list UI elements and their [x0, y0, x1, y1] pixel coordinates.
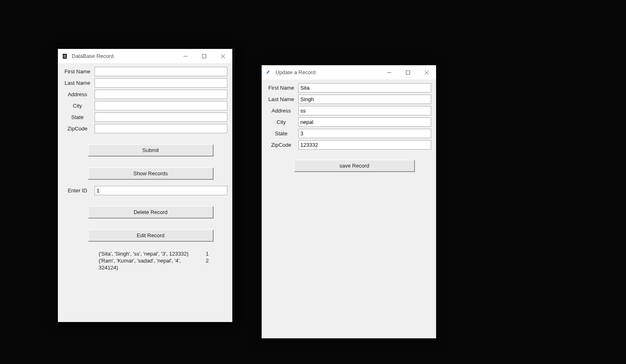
address-input[interactable] [95, 90, 227, 99]
address-row: Address [267, 106, 431, 115]
state-input[interactable] [95, 113, 227, 122]
save-record-button[interactable]: save Record [294, 160, 415, 172]
minimize-button[interactable] [176, 49, 195, 63]
edit-record-row: Edit Record [63, 229, 227, 242]
close-button[interactable] [214, 49, 232, 63]
show-records-row: Show Records [63, 168, 227, 180]
zipcode-label: ZipCode [267, 142, 298, 148]
last-name-row: Last Name [63, 78, 227, 88]
save-record-row: save Record [267, 160, 431, 172]
city-label: City [63, 103, 95, 109]
maximize-button[interactable] [195, 49, 214, 63]
city-label: City [267, 119, 298, 125]
enter-id-input[interactable] [95, 186, 227, 195]
state-label: State [267, 130, 298, 137]
svg-rect-1 [64, 55, 66, 55]
window-title: DataBase Record [72, 53, 176, 59]
update-record-window: Update a Record First Name Last Name Add… [262, 65, 436, 338]
state-input[interactable] [298, 129, 431, 138]
first-name-label: First Name [267, 85, 298, 91]
database-record-window: DataBase Record First Name Last Name Add… [58, 49, 232, 322]
record-id: 1 [201, 251, 209, 258]
window-controls [176, 49, 232, 63]
first-name-input[interactable] [298, 83, 431, 93]
record-line: ('Ram', 'Kumar', 'sadad', 'nepal', '4', … [99, 258, 227, 271]
last-name-row: Last Name [267, 95, 431, 104]
record-text: ('Ram', 'Kumar', 'sadad', 'nepal', '4', … [99, 258, 201, 271]
first-name-label: First Name [63, 68, 95, 75]
app-icon [61, 53, 68, 60]
records-output: ('Sita', 'Singh', 'ss', 'nepal', '3', 12… [63, 251, 227, 271]
last-name-label: Last Name [267, 96, 298, 102]
city-row: City [63, 101, 227, 110]
state-row: State [267, 129, 431, 138]
address-row: Address [63, 90, 227, 99]
window-title: Update a Record [276, 69, 380, 75]
edit-record-button[interactable]: Edit Record [88, 229, 214, 242]
last-name-input[interactable] [298, 95, 431, 104]
zipcode-input[interactable] [95, 124, 227, 133]
city-input[interactable] [95, 101, 227, 110]
address-label: Address [267, 108, 298, 114]
first-name-input[interactable] [95, 67, 227, 76]
record-line: ('Sita', 'Singh', 'ss', 'nepal', '3', 12… [99, 251, 227, 258]
svg-rect-3 [64, 57, 66, 57]
client-area: First Name Last Name Address City State … [58, 64, 232, 276]
record-id: 2 [201, 258, 209, 271]
record-text: ('Sita', 'Singh', 'ss', 'nepal', '3', 12… [99, 251, 201, 258]
minimize-button[interactable] [380, 65, 399, 79]
zipcode-input[interactable] [298, 140, 431, 150]
titlebar[interactable]: DataBase Record [58, 49, 232, 64]
zipcode-label: ZipCode [63, 126, 95, 132]
svg-rect-2 [64, 56, 66, 56]
state-row: State [63, 113, 227, 122]
last-name-label: Last Name [63, 80, 95, 86]
submit-row: Submit [63, 144, 227, 157]
last-name-input[interactable] [95, 78, 227, 88]
submit-button[interactable]: Submit [88, 144, 214, 157]
maximize-button[interactable] [399, 65, 417, 79]
city-input[interactable] [298, 117, 431, 127]
first-name-row: First Name [267, 83, 431, 93]
window-controls [380, 65, 436, 79]
address-input[interactable] [298, 106, 431, 115]
feather-icon [265, 69, 272, 76]
svg-rect-5 [203, 54, 206, 58]
city-row: City [267, 117, 431, 127]
show-records-button[interactable]: Show Records [88, 168, 214, 180]
zipcode-row: ZipCode [267, 140, 431, 150]
svg-rect-10 [406, 71, 410, 74]
titlebar[interactable]: Update a Record [262, 65, 436, 80]
enter-id-label: Enter ID [63, 188, 95, 194]
state-label: State [63, 114, 95, 120]
delete-record-row: Delete Record [63, 206, 227, 218]
enter-id-row: Enter ID [63, 186, 227, 195]
first-name-row: First Name [63, 67, 227, 76]
client-area: First Name Last Name Address City State … [262, 80, 436, 176]
delete-record-button[interactable]: Delete Record [88, 206, 214, 218]
close-button[interactable] [417, 65, 436, 79]
address-label: Address [63, 91, 95, 97]
zipcode-row: ZipCode [63, 124, 227, 133]
